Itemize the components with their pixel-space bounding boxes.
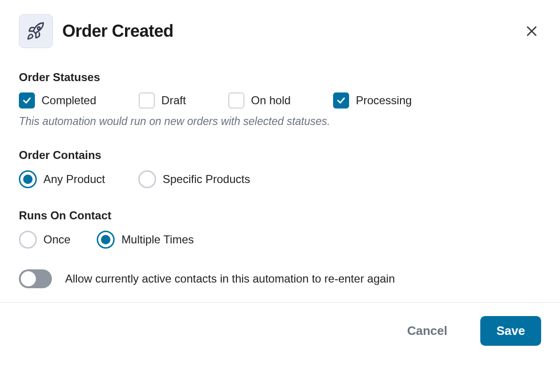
runs-once-label: Once — [43, 233, 70, 246]
svg-point-0 — [38, 27, 40, 29]
modal-footer: Cancel Save — [0, 302, 560, 359]
checkbox-processing[interactable] — [333, 92, 349, 108]
status-on-hold-option[interactable]: On hold — [228, 92, 291, 108]
order-statuses-options: Completed Draft On hold Processing — [19, 92, 541, 108]
modal-header: Order Created — [19, 14, 541, 48]
runs-once-option[interactable]: Once — [19, 231, 70, 249]
status-draft-option[interactable]: Draft — [139, 92, 186, 108]
cancel-button[interactable]: Cancel — [391, 316, 463, 346]
order-statuses-section: Order Statuses Completed Draft On hold — [19, 71, 541, 128]
checkbox-on-hold[interactable] — [228, 92, 244, 108]
contains-any-option[interactable]: Any Product — [19, 170, 105, 188]
order-statuses-label: Order Statuses — [19, 71, 541, 84]
close-button[interactable] — [522, 22, 541, 41]
checkbox-draft[interactable] — [139, 92, 155, 108]
runs-multiple-label: Multiple Times — [121, 233, 193, 246]
order-contains-label: Order Contains — [19, 149, 541, 162]
order-contains-section: Order Contains Any Product Specific Prod… — [19, 149, 541, 188]
page-title: Order Created — [62, 21, 174, 41]
status-completed-option[interactable]: Completed — [19, 92, 96, 108]
check-icon — [22, 96, 32, 105]
check-icon — [336, 96, 346, 105]
order-created-modal: Order Created Order Statuses Completed D… — [0, 0, 560, 288]
radio-once[interactable] — [19, 231, 37, 249]
reenter-toggle-row: Allow currently active contacts in this … — [19, 269, 541, 288]
close-icon — [525, 24, 539, 38]
rocket-icon-badge — [19, 14, 53, 48]
rocket-icon — [26, 21, 46, 41]
reenter-toggle[interactable] — [19, 269, 52, 288]
checkbox-completed[interactable] — [19, 92, 35, 108]
status-draft-label: Draft — [161, 94, 186, 107]
radio-multiple[interactable] — [97, 231, 115, 249]
order-contains-options: Any Product Specific Products — [19, 170, 541, 188]
contains-any-label: Any Product — [43, 173, 105, 186]
toggle-knob — [21, 271, 36, 286]
status-processing-option[interactable]: Processing — [333, 92, 412, 108]
contains-specific-label: Specific Products — [163, 173, 250, 186]
save-button[interactable]: Save — [480, 316, 541, 346]
radio-specific-products[interactable] — [138, 170, 156, 188]
runs-on-contact-options: Once Multiple Times — [19, 231, 541, 249]
runs-on-contact-label: Runs On Contact — [19, 209, 541, 222]
radio-any-product[interactable] — [19, 170, 37, 188]
runs-multiple-option[interactable]: Multiple Times — [97, 231, 193, 249]
contains-specific-option[interactable]: Specific Products — [138, 170, 250, 188]
reenter-toggle-label: Allow currently active contacts in this … — [65, 272, 395, 285]
order-statuses-help: This automation would run on new orders … — [19, 115, 541, 128]
status-completed-label: Completed — [42, 94, 96, 107]
status-on-hold-label: On hold — [251, 94, 291, 107]
status-processing-label: Processing — [356, 94, 412, 107]
runs-on-contact-section: Runs On Contact Once Multiple Times — [19, 209, 541, 249]
